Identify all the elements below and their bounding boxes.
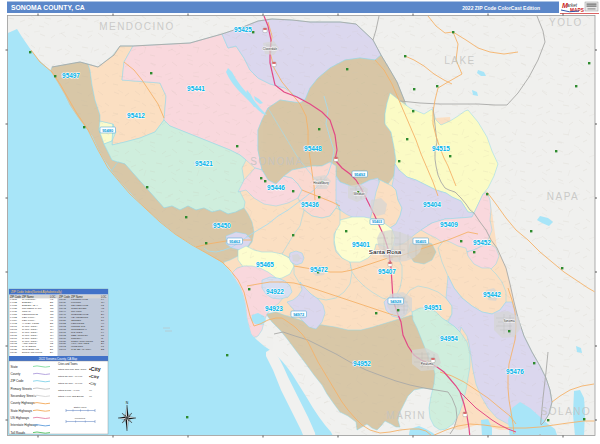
svg-text:County: County <box>11 372 21 376</box>
svg-text:Kilometers: Kilometers <box>75 417 86 419</box>
svg-text:—: — <box>89 394 92 398</box>
svg-text:MARIN: MARIN <box>386 410 426 421</box>
svg-text:NAPA: NAPA <box>547 191 580 202</box>
svg-text:94952: 94952 <box>353 360 371 367</box>
svg-text:95409: 95409 <box>440 221 458 228</box>
svg-text:SOLANO: SOLANO <box>541 406 592 417</box>
svg-text:Primary Streets: Primary Streets <box>11 387 33 391</box>
svg-text:95465: 95465 <box>256 261 274 268</box>
svg-text:95497: 95497 <box>59 348 67 351</box>
svg-text:SONOMA COUNTY, CA: SONOMA COUNTY, CA <box>11 4 85 12</box>
svg-text:State: State <box>11 365 19 369</box>
svg-text:94954: 94954 <box>440 335 458 342</box>
svg-text:95405: 95405 <box>415 239 427 244</box>
svg-text:Toll Roads: Toll Roads <box>11 431 26 435</box>
svg-text:95472: 95472 <box>310 266 328 273</box>
svg-text:SONOMA: SONOMA <box>250 156 303 167</box>
svg-text:Cities and Towns: Cities and Towns <box>58 362 78 366</box>
svg-text:—: — <box>89 388 92 392</box>
svg-text:LAKE: LAKE <box>444 55 476 66</box>
svg-text:95497: 95497 <box>62 72 80 79</box>
svg-text:94928: 94928 <box>390 299 402 304</box>
svg-text:Secondary Streets: Secondary Streets <box>11 394 37 398</box>
svg-text:95462: 95462 <box>229 239 241 244</box>
svg-text:Petaluma: Petaluma <box>421 362 434 366</box>
svg-text:94951: 94951 <box>424 304 442 311</box>
svg-text:95430: 95430 <box>10 351 18 354</box>
svg-text:94515: 94515 <box>432 145 450 152</box>
svg-text:95476: 95476 <box>506 368 524 375</box>
svg-text:State Highways: State Highways <box>11 409 33 413</box>
svg-text:Cities 4,999 and Below: Cities 4,999 and Below <box>58 395 84 398</box>
svg-text:Sonoma: Sonoma <box>503 319 515 323</box>
svg-text:95448: 95448 <box>304 145 322 152</box>
svg-text:95452: 95452 <box>473 239 491 246</box>
svg-text:95404: 95404 <box>423 201 441 208</box>
svg-text:94923: 94923 <box>265 305 283 312</box>
svg-text:95450: 95450 <box>213 222 231 229</box>
svg-text:YOLO: YOLO <box>549 17 583 28</box>
svg-text:95407: 95407 <box>378 268 396 275</box>
svg-text:95436: 95436 <box>301 201 319 208</box>
svg-text:THE SEA RANCH: THE SEA RANCH <box>71 348 91 351</box>
svg-text:•City: •City <box>89 374 99 379</box>
svg-text:US Highways: US Highways <box>11 416 30 420</box>
svg-text:•City: •City <box>89 382 96 386</box>
svg-text:95412: 95412 <box>127 112 145 119</box>
svg-text:2022 ZIP Code ColorCast Editio: 2022 ZIP Code ColorCast Edition <box>462 5 540 11</box>
svg-text:95492: 95492 <box>354 172 366 177</box>
svg-text:Cities 50,000 - 99,999: Cities 50,000 - 99,999 <box>58 375 83 378</box>
svg-text:DUNCANS MILLS: DUNCANS MILLS <box>22 351 43 354</box>
svg-text:MENDOCINO: MENDOCINO <box>99 21 175 32</box>
svg-text:95421: 95421 <box>195 160 213 167</box>
svg-text:Cloverdale: Cloverdale <box>263 47 278 51</box>
svg-text:County Highways: County Highways <box>11 401 36 405</box>
svg-text:Healdsburg: Healdsburg <box>313 181 329 185</box>
svg-text:Santa Rosa: Santa Rosa <box>369 248 402 255</box>
svg-text:94922: 94922 <box>266 288 284 295</box>
svg-text:95401: 95401 <box>352 241 370 248</box>
svg-text:Cities 10,000 - 49,999: Cities 10,000 - 49,999 <box>58 382 83 385</box>
svg-text:95480: 95480 <box>102 128 114 133</box>
svg-text:•City: •City <box>89 366 101 372</box>
svg-text:94972: 94972 <box>293 312 305 317</box>
svg-text:95441: 95441 <box>187 85 205 92</box>
svg-text:ZIP Code Index(Sorted Alphabet: ZIP Code Index(Sorted Alphabetically) <box>11 290 62 294</box>
svg-text:Statute Miles: Statute Miles <box>74 406 88 408</box>
svg-text:ZIP Code: ZIP Code <box>11 379 24 383</box>
svg-text:95446: 95446 <box>267 184 285 191</box>
svg-text:Cities 100,000 and Above: Cities 100,000 and Above <box>58 368 87 371</box>
svg-text:Cities 5,000 - 9,999: Cities 5,000 - 9,999 <box>58 389 80 392</box>
svg-text:2022 Sonoma County, CA Map: 2022 Sonoma County, CA Map <box>39 357 78 361</box>
svg-text:95442: 95442 <box>483 291 501 298</box>
svg-text:95403: 95403 <box>372 220 382 224</box>
svg-text:95425: 95425 <box>234 26 252 33</box>
svg-text:Windsor: Windsor <box>353 192 364 196</box>
